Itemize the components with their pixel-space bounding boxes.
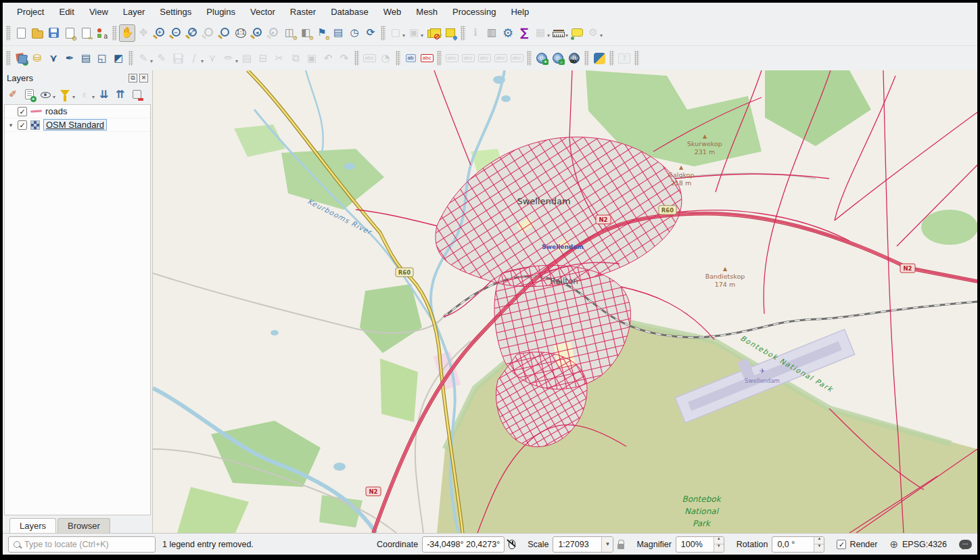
- menu-view[interactable]: View: [82, 5, 116, 19]
- identify-features-button[interactable]: ℹ: [467, 24, 484, 42]
- new-mesh-layer-button[interactable]: ◩: [110, 49, 126, 67]
- scale-combo[interactable]: 1:27093 ▼: [553, 536, 613, 553]
- new-spatialite-button[interactable]: ✒: [62, 49, 78, 67]
- measure-button[interactable]: [551, 24, 567, 42]
- filter-legend-dropdown[interactable]: ▾: [72, 94, 75, 100]
- save-project-button[interactable]: [45, 24, 62, 42]
- new-print-layout-button[interactable]: [62, 24, 78, 42]
- osm-place-search-button[interactable]: oo: [566, 49, 582, 67]
- scale-dropdown-icon[interactable]: ▼: [601, 537, 613, 552]
- menu-edit[interactable]: Edit: [51, 5, 81, 19]
- expand-all-button[interactable]: ⇊: [97, 87, 112, 101]
- new-shapefile-button[interactable]: ⋎: [45, 49, 62, 67]
- new-virtual-layer-button[interactable]: ◱: [94, 49, 110, 67]
- select-features-button[interactable]: ▢: [388, 24, 404, 42]
- menu-project[interactable]: Project: [9, 5, 51, 19]
- toolbar-drag-handle[interactable]: [396, 51, 400, 66]
- field-calculator-button[interactable]: ▥: [484, 24, 500, 42]
- refresh-map-button[interactable]: ⟳: [363, 24, 379, 42]
- zoom-out-button[interactable]: −: [168, 24, 184, 42]
- filter-by-expression-button[interactable]: ε: [77, 87, 92, 101]
- add-feature-button[interactable]: ⋎: [204, 49, 220, 67]
- redo-button[interactable]: ↷: [336, 49, 352, 67]
- toolbar-drag-handle[interactable]: [437, 51, 442, 66]
- zoom-to-layer-button[interactable]: [216, 24, 233, 42]
- roads-visibility-checkbox[interactable]: ✓: [18, 107, 27, 116]
- zoom-in-button[interactable]: +: [151, 24, 168, 42]
- zoom-last-button[interactable]: ◂: [249, 24, 265, 42]
- coordinate-field[interactable]: -34,0498° 20,4273°: [422, 536, 505, 553]
- new-scratch-layer-button[interactable]: ▤: [78, 49, 94, 67]
- show-layout-manager-button[interactable]: [78, 24, 94, 42]
- osm-visibility-checkbox[interactable]: ✓: [18, 120, 27, 130]
- select-by-value-button[interactable]: ▣: [406, 24, 422, 42]
- locate-input[interactable]: Type to locate (Ctrl+K): [8, 536, 156, 553]
- toolbar-drag-handle[interactable]: [461, 26, 465, 41]
- deselect-all-button[interactable]: [424, 24, 440, 42]
- style-manager-button[interactable]: [94, 24, 110, 42]
- open-project-button[interactable]: [29, 24, 45, 42]
- collapse-all-button[interactable]: ⇈: [113, 87, 128, 101]
- menu-help[interactable]: Help: [503, 5, 536, 19]
- scale-lock-icon[interactable]: [617, 544, 624, 549]
- toolbar-drag-handle[interactable]: [634, 51, 639, 66]
- panel-float-icon[interactable]: ⧉: [129, 74, 137, 83]
- toolbar-drag-handle[interactable]: [584, 51, 589, 66]
- themes-dropdown[interactable]: ▾: [53, 94, 55, 100]
- coordinate-mouse-toggle-icon[interactable]: [509, 540, 515, 549]
- zoom-to-selection-button[interactable]: [200, 24, 216, 42]
- new-spatial-bookmark-button[interactable]: ⚑⚙: [314, 24, 330, 42]
- open-layer-styling-button[interactable]: ✐: [5, 87, 20, 101]
- layer-labeling-options-button[interactable]: ab: [402, 49, 419, 67]
- python-console-button[interactable]: [591, 49, 607, 67]
- tab-browser[interactable]: Browser: [57, 518, 110, 533]
- temporal-controller-button[interactable]: ◷: [346, 24, 363, 42]
- metasearch-add-button[interactable]: +: [534, 49, 550, 67]
- rotation-spin-arrows[interactable]: ▲▼: [814, 537, 824, 552]
- zoom-next-button[interactable]: ▸: [265, 24, 281, 42]
- remove-layer-button[interactable]: [129, 87, 144, 101]
- map-canvas[interactable]: ▲ Skurwekop 231 m ▲ Galgkop 218 m ▲ Band…: [153, 70, 977, 533]
- toolbar-drag-handle[interactable]: [6, 26, 11, 41]
- menu-plugins[interactable]: Plugins: [199, 5, 243, 19]
- help-button[interactable]: ?: [616, 49, 632, 67]
- run-feature-action-button[interactable]: ⚙: [585, 24, 601, 42]
- label-toolbar-button[interactable]: abc: [361, 49, 377, 67]
- expander-icon[interactable]: ▾: [7, 122, 14, 129]
- crs-indicator[interactable]: EPSG:4326: [902, 540, 947, 549]
- toolbar-drag-handle[interactable]: [6, 51, 11, 66]
- messages-bubble-icon[interactable]: ⋯: [959, 540, 972, 549]
- pin-labels-button[interactable]: abc: [444, 49, 460, 67]
- attribute-table-button[interactable]: ▦: [532, 24, 549, 42]
- menu-mesh[interactable]: Mesh: [409, 5, 445, 19]
- cut-features-button[interactable]: ✂: [271, 49, 287, 67]
- pan-map-button[interactable]: ✋: [119, 24, 135, 42]
- highlight-pinned-labels-button[interactable]: abc: [460, 49, 476, 67]
- layer-diagram-options-button[interactable]: abc: [419, 49, 435, 67]
- layer-name-osm-standard[interactable]: OSM Standard: [43, 119, 107, 131]
- rotation-spinner[interactable]: 0,0 ° ▲▼: [772, 536, 824, 553]
- data-source-manager-button[interactable]: +: [13, 49, 29, 67]
- new-map-view-button[interactable]: ◫⚙: [281, 24, 298, 42]
- layer-row-osm-standard[interactable]: ▾ ✓ OSM Standard: [5, 118, 150, 132]
- delete-selected-button[interactable]: ⊟: [255, 49, 271, 67]
- move-label-button[interactable]: abc: [476, 49, 492, 67]
- pan-to-selection-button[interactable]: ✥: [135, 24, 151, 42]
- toolbar-drag-handle[interactable]: [381, 26, 386, 41]
- toggle-editing-button[interactable]: ✎: [154, 49, 170, 67]
- toolbar-drag-handle[interactable]: [609, 51, 614, 66]
- show-bookmarks-button[interactable]: ▤: [330, 24, 346, 42]
- zoom-full-button[interactable]: ⤢: [184, 24, 200, 42]
- toolbar-drag-handle[interactable]: [354, 51, 359, 66]
- render-checkbox[interactable]: ✓: [837, 540, 846, 549]
- new-geopackage-button[interactable]: ⛁: [29, 49, 45, 67]
- menu-web[interactable]: Web: [376, 5, 409, 19]
- menu-layer[interactable]: Layer: [116, 5, 153, 19]
- digitize-button[interactable]: ∕: [186, 49, 202, 67]
- map-tips-button[interactable]: [569, 24, 585, 42]
- layer-row-roads[interactable]: ✓ roads: [5, 105, 150, 118]
- expression-dropdown[interactable]: ▾: [92, 94, 95, 100]
- magnifier-spinner[interactable]: 100% ▲▼: [676, 536, 724, 553]
- select-by-location-button[interactable]: [442, 24, 459, 42]
- toolbar-drag-handle[interactable]: [527, 51, 532, 66]
